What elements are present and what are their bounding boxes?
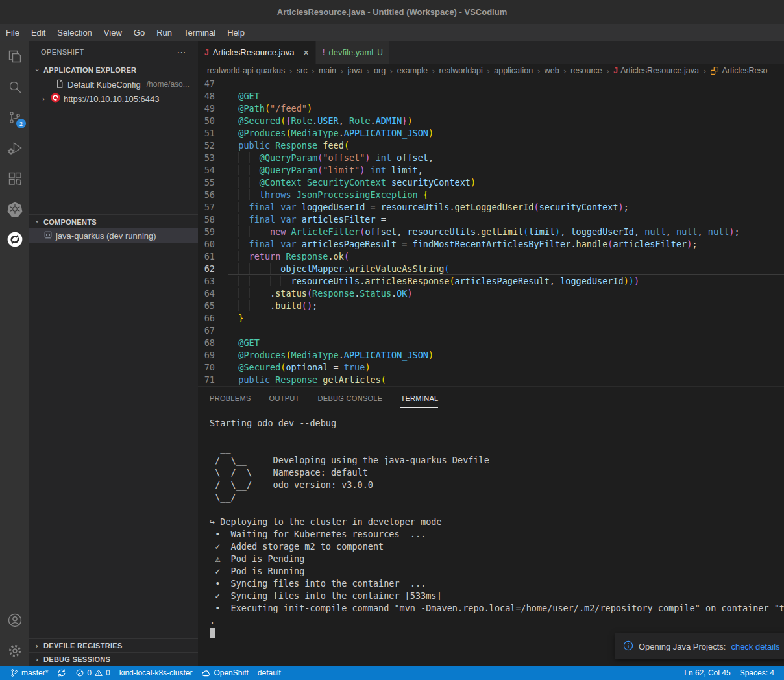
- code-line-68[interactable]: 68 @GET: [198, 337, 784, 349]
- breadcrumb-segment[interactable]: realworldapi: [439, 66, 482, 75]
- code-line-62[interactable]: 62 objectMapper.writeValueAsString(: [198, 263, 784, 275]
- panel-tab-problems[interactable]: PROBLEMS: [210, 395, 251, 408]
- code-line-70[interactable]: 70 @Secured(optional = true): [198, 361, 784, 374]
- activity-kubernetes-icon[interactable]: [0, 193, 29, 224]
- panel-tab-terminal[interactable]: TERMINAL: [400, 395, 438, 408]
- code-line-65[interactable]: 65 .build();: [198, 300, 784, 312]
- status-bar-right: Ln 62, Col 45Spaces: 4: [680, 666, 779, 680]
- code-line-54[interactable]: 54 @QueryParam("limit") int limit,: [198, 164, 784, 176]
- code-text: [228, 78, 784, 90]
- status-text: kind-local-k8s-cluster: [119, 668, 193, 677]
- code-line-53[interactable]: 53 @QueryParam("offset") int offset,: [198, 152, 784, 164]
- menu-terminal[interactable]: Terminal: [178, 24, 221, 41]
- tab-ArticlesResource.java[interactable]: JArticlesResource.java×: [198, 41, 316, 64]
- status-right-spaces-4[interactable]: Spaces: 4: [735, 666, 779, 680]
- breadcrumb-segment[interactable]: example: [397, 66, 428, 75]
- breadcrumb-segment[interactable]: main: [319, 66, 336, 75]
- breadcrumb-segment[interactable]: realworld-api-quarkus: [207, 66, 285, 75]
- code-line-63[interactable]: 63 resourceUtils.articlesResponse(articl…: [198, 275, 784, 287]
- devfile-registries-header[interactable]: › DEVFILE REGISTRIES: [29, 638, 198, 652]
- panel-tab-debug-console[interactable]: DEBUG CONSOLE: [318, 395, 383, 408]
- terminal[interactable]: Starting odo dev --debug __ / \__ Develo…: [198, 408, 784, 666]
- code-text: @GET: [228, 337, 784, 349]
- terminal-line: \__/ \ Namespace: default: [210, 467, 784, 479]
- code-line-61[interactable]: 61 return Response.ok(: [198, 250, 784, 263]
- breadcrumb-segment[interactable]: application: [494, 66, 533, 75]
- panel-tab-output[interactable]: OUTPUT: [269, 395, 300, 408]
- activity-accounts-icon[interactable]: [0, 605, 29, 635]
- code-line-48[interactable]: 48 @GET: [198, 90, 784, 103]
- code-text: @Produces(MediaType.APPLICATION_JSON): [228, 349, 784, 361]
- line-number: 70: [198, 361, 228, 374]
- status-right-ln-62-col-45[interactable]: Ln 62, Col 45: [680, 666, 735, 680]
- more-actions-icon[interactable]: ···: [177, 48, 186, 56]
- breadcrumb-segment[interactable]: java: [348, 66, 363, 75]
- code-line-56[interactable]: 56 throws JsonProcessingException {: [198, 189, 784, 201]
- activity-bar-bottom: [0, 605, 29, 666]
- status-left-default[interactable]: default: [253, 666, 286, 680]
- breadcrumb-segment[interactable]: JArticlesResource.java: [613, 66, 699, 75]
- close-icon[interactable]: ×: [303, 47, 308, 58]
- code-line-55[interactable]: 55 @Context SecurityContext securityCont…: [198, 176, 784, 189]
- breadcrumb-separator: ›: [486, 66, 491, 76]
- chevron-right-icon: ›: [33, 655, 41, 664]
- status-left-sync[interactable]: [53, 666, 71, 680]
- breadcrumb-segment[interactable]: resource: [570, 66, 602, 75]
- activity-extensions-icon[interactable]: [0, 163, 29, 193]
- notification-link[interactable]: check details: [731, 642, 779, 651]
- section-components: › COMPONENTS java-quarkus (dev running): [29, 214, 198, 638]
- breadcrumb-segment[interactable]: org: [374, 66, 386, 75]
- application-explorer-header[interactable]: › APPLICATION EXPLORER: [29, 63, 198, 77]
- activity-explorer-icon[interactable]: [0, 41, 29, 71]
- breadcrumb-segment[interactable]: ArticlesReso: [710, 66, 767, 75]
- menu-file[interactable]: File: [0, 24, 25, 41]
- notification-toast[interactable]: Opening Java Projects: check details: [615, 633, 784, 659]
- breadcrumb-separator: ›: [339, 66, 345, 76]
- line-number: 60: [198, 238, 228, 250]
- activity-source-control-icon[interactable]: 2: [0, 102, 29, 132]
- code-line-50[interactable]: 50 @Secured({Role.USER, Role.ADMIN}): [198, 115, 784, 127]
- code-line-67[interactable]: 67: [198, 324, 784, 337]
- code-line-66[interactable]: 66 }: [198, 312, 784, 324]
- code-line-51[interactable]: 51 @Produces(MediaType.APPLICATION_JSON): [198, 127, 784, 140]
- activity-openshift-icon[interactable]: [0, 224, 29, 254]
- activity-run-and-debug-icon[interactable]: [0, 132, 29, 163]
- tab-devfile.yaml[interactable]: !devfile.yamlU: [316, 41, 390, 64]
- menu-edit[interactable]: Edit: [25, 24, 51, 41]
- debug-sessions-header[interactable]: › DEBUG SESSIONS: [29, 652, 198, 666]
- breadcrumb-segment[interactable]: web: [545, 66, 559, 75]
- code-line-64[interactable]: 64 .status(Response.Status.OK): [198, 287, 784, 300]
- code-line-49[interactable]: 49 @Path("/feed"): [198, 103, 784, 115]
- code-line-52[interactable]: 52 public Response feed(: [198, 140, 784, 152]
- menu-selection[interactable]: Selection: [51, 24, 97, 41]
- breadcrumb-separator: ›: [288, 66, 293, 76]
- terminal-line: ✓ Added storage m2 to component: [210, 540, 784, 553]
- code-editor[interactable]: 4748 @GET49 @Path("/feed")50 @Secured({R…: [198, 78, 784, 386]
- tree-item-component-java-quarkus[interactable]: java-quarkus (dev running): [29, 228, 198, 243]
- activity-settings-icon[interactable]: [0, 635, 29, 666]
- code-line-60[interactable]: 60 final var articlesPageResult = findMo…: [198, 238, 784, 250]
- tree-item-cluster[interactable]: › https://10.10.10.105:6443: [29, 91, 198, 106]
- breadcrumb-separator: ›: [431, 66, 436, 76]
- status-left-cloud-openshift[interactable]: OpenShift: [197, 666, 252, 680]
- code-line-59[interactable]: 59 new ArticleFilter(offset, resourceUti…: [198, 226, 784, 238]
- activity-search-icon[interactable]: [0, 71, 29, 102]
- status-left-error-0-warning-0[interactable]: 00: [71, 666, 114, 680]
- menu-view[interactable]: View: [98, 24, 128, 41]
- code-text: final var loggedUserId = resourceUtils.g…: [228, 201, 784, 213]
- code-line-57[interactable]: 57 final var loggedUserId = resourceUtil…: [198, 201, 784, 213]
- components-header[interactable]: › COMPONENTS: [29, 214, 198, 228]
- code-text: return Response.ok(: [228, 250, 784, 263]
- menu-go[interactable]: Go: [128, 24, 151, 41]
- terminal-line: ↪ Deploying to the cluster in developer …: [210, 516, 784, 528]
- breadcrumb-segment[interactable]: src: [297, 66, 308, 75]
- menu-help[interactable]: Help: [221, 24, 251, 41]
- code-line-58[interactable]: 58 final var articlesFilter =: [198, 213, 784, 226]
- status-left-branch-master*[interactable]: master*: [5, 666, 53, 680]
- code-line-47[interactable]: 47: [198, 78, 784, 90]
- code-line-71[interactable]: 71 public Response getArticles(: [198, 374, 784, 386]
- tree-item-kubeconfig[interactable]: Default KubeConfig /home/aso...: [29, 77, 198, 91]
- status-left-kind-local-k8s-cluster[interactable]: kind-local-k8s-cluster: [115, 666, 197, 680]
- code-line-69[interactable]: 69 @Produces(MediaType.APPLICATION_JSON): [198, 349, 784, 361]
- menu-run[interactable]: Run: [151, 24, 178, 41]
